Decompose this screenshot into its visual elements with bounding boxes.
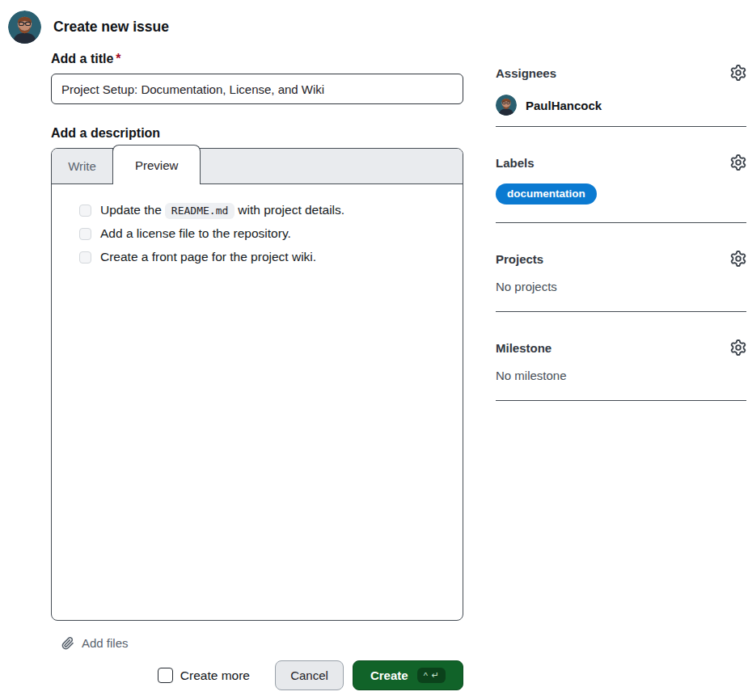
paperclip-icon	[61, 636, 74, 650]
issue-form: Add a title* Add a description Write Pre…	[51, 52, 463, 690]
task-text: Add a license file to the repository.	[100, 226, 291, 241]
create-button-label: Create	[370, 668, 408, 682]
task-list-item: Update theREADME.mdwith project details.	[79, 203, 450, 217]
tab-preview[interactable]: Preview	[112, 145, 201, 184]
description-label: Add a description	[51, 126, 463, 141]
form-actions: Create more Cancel Create ^ ↵	[51, 660, 463, 690]
assignee-name: PaulHancock	[526, 99, 602, 112]
task-checkbox[interactable]	[79, 205, 91, 217]
milestone-empty-text: No milestone	[496, 369, 746, 400]
editor-tab-strip: Write Preview	[52, 149, 463, 184]
avatar	[8, 11, 41, 44]
description-editor: Write Preview Update theREADME.mdwith pr…	[51, 148, 463, 621]
label-documentation[interactable]: documentation	[496, 183, 597, 205]
task-list-item: Create a front page for the project wiki…	[79, 250, 450, 264]
enter-key-glyph: ↵	[432, 670, 439, 681]
milestone-title: Milestone	[496, 341, 551, 355]
markdown-preview: Update theREADME.mdwith project details.…	[52, 184, 463, 264]
projects-title: Projects	[496, 252, 543, 266]
gear-icon[interactable]	[730, 65, 746, 81]
issue-title-input[interactable]	[51, 74, 463, 104]
page-header: Create new issue	[8, 11, 169, 44]
create-button[interactable]: Create ^ ↵	[353, 660, 463, 690]
tab-write[interactable]: Write	[52, 149, 113, 183]
add-files-label: Add files	[82, 636, 129, 650]
create-more-label: Create more	[180, 668, 250, 683]
assignee-avatar	[496, 95, 517, 116]
milestone-section: Milestone No milestone	[496, 312, 746, 401]
labels-title: Labels	[496, 156, 535, 170]
assignees-section: Assignees	[496, 65, 746, 127]
inline-code: README.md	[165, 203, 235, 219]
task-checkbox[interactable]	[79, 228, 91, 240]
keyboard-shortcut-hint: ^ ↵	[417, 668, 446, 683]
create-more-checkbox[interactable]	[158, 668, 173, 683]
page-title: Create new issue	[53, 19, 169, 36]
task-text: Create a front page for the project wiki…	[100, 250, 316, 264]
issue-sidebar: Assignees	[496, 65, 746, 401]
gear-icon[interactable]	[730, 339, 746, 356]
assignees-title: Assignees	[496, 66, 556, 80]
cancel-button[interactable]: Cancel	[275, 660, 344, 690]
create-more-toggle[interactable]: Create more	[158, 668, 250, 683]
gear-icon[interactable]	[730, 154, 746, 171]
ctrl-key-glyph: ^	[424, 671, 428, 681]
task-list-item: Add a license file to the repository.	[79, 226, 450, 241]
create-issue-page: Create new issue Add a title* Add a desc…	[0, 0, 748, 700]
add-files-button[interactable]: Add files	[61, 636, 129, 650]
assignee-item[interactable]: PaulHancock	[496, 95, 746, 126]
projects-empty-text: No projects	[496, 280, 746, 311]
gear-icon[interactable]	[730, 251, 746, 267]
task-text: Update theREADME.mdwith project details.	[100, 203, 344, 217]
projects-section: Projects No projects	[496, 223, 746, 312]
title-label: Add a title*	[51, 52, 463, 66]
labels-section: Labels documentation	[496, 127, 746, 223]
task-checkbox[interactable]	[79, 251, 91, 264]
required-marker: *	[116, 52, 120, 65]
